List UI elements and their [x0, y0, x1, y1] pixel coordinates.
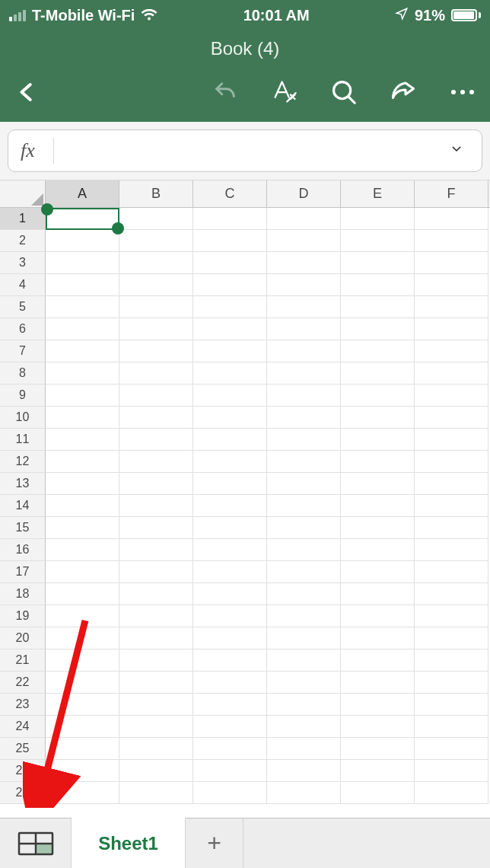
cell-C19[interactable] [193, 605, 267, 627]
cell-E27[interactable] [341, 782, 415, 804]
cell-C7[interactable] [193, 340, 267, 362]
row-header-24[interactable]: 24 [0, 716, 46, 738]
row-header-20[interactable]: 20 [0, 627, 46, 649]
cell-B15[interactable] [119, 517, 193, 539]
selection-handle-tl[interactable] [41, 203, 53, 215]
cell-E3[interactable] [341, 252, 415, 274]
cell-B16[interactable] [119, 539, 193, 561]
cell-D5[interactable] [267, 296, 341, 318]
cell-D22[interactable] [267, 672, 341, 694]
cell-C22[interactable] [193, 672, 267, 694]
share-button[interactable] [387, 75, 420, 109]
cell-D11[interactable] [267, 429, 341, 451]
cell-F23[interactable] [415, 694, 488, 716]
cell-F6[interactable] [415, 318, 488, 340]
cell-A16[interactable] [46, 539, 119, 561]
row-header-1[interactable]: 1 [0, 208, 46, 230]
cell-F2[interactable] [415, 230, 488, 252]
cell-F9[interactable] [415, 385, 488, 407]
cell-F15[interactable] [415, 517, 488, 539]
cell-B13[interactable] [119, 473, 193, 495]
cell-C11[interactable] [193, 429, 267, 451]
cell-D24[interactable] [267, 716, 341, 738]
col-header-D[interactable]: D [267, 180, 341, 207]
cell-D16[interactable] [267, 539, 341, 561]
cell-A9[interactable] [46, 385, 119, 407]
cell-A19[interactable] [46, 605, 119, 627]
cell-D4[interactable] [267, 274, 341, 296]
row-header-19[interactable]: 19 [0, 605, 46, 627]
cell-E24[interactable] [341, 716, 415, 738]
cell-E18[interactable] [341, 583, 415, 605]
cell-B17[interactable] [119, 561, 193, 583]
cell-A25[interactable] [46, 738, 119, 760]
search-button[interactable] [327, 75, 361, 109]
cell-B8[interactable] [119, 362, 193, 385]
cell-C24[interactable] [193, 716, 267, 738]
cell-B3[interactable] [119, 252, 193, 274]
cell-D2[interactable] [267, 230, 341, 252]
cell-B10[interactable] [119, 407, 193, 429]
cell-D27[interactable] [267, 782, 341, 804]
cell-A2[interactable] [46, 230, 119, 252]
spreadsheet-grid[interactable]: ABCDEF 123456789101112131415161718192021… [0, 180, 490, 808]
cell-A5[interactable] [46, 296, 119, 318]
cell-B21[interactable] [119, 649, 193, 672]
cell-A4[interactable] [46, 274, 119, 296]
cell-E20[interactable] [341, 627, 415, 649]
col-header-C[interactable]: C [193, 180, 267, 207]
cell-C14[interactable] [193, 495, 267, 517]
row-header-11[interactable]: 11 [0, 429, 46, 451]
cell-B23[interactable] [119, 694, 193, 716]
cell-B27[interactable] [119, 782, 193, 804]
cell-C26[interactable] [193, 760, 267, 782]
cell-F1[interactable] [415, 208, 488, 230]
row-header-2[interactable]: 2 [0, 230, 46, 252]
col-header-A[interactable]: A [46, 180, 119, 207]
row-header-5[interactable]: 5 [0, 296, 46, 318]
cell-B9[interactable] [119, 385, 193, 407]
col-header-F[interactable]: F [415, 180, 488, 207]
cell-B5[interactable] [119, 296, 193, 318]
add-sheet-button[interactable]: + [186, 819, 243, 868]
cell-selection[interactable] [46, 208, 119, 230]
row-header-12[interactable]: 12 [0, 451, 46, 473]
cell-D25[interactable] [267, 738, 341, 760]
row-header-16[interactable]: 16 [0, 539, 46, 561]
cell-B1[interactable] [119, 208, 193, 230]
cell-F20[interactable] [415, 627, 488, 649]
cell-A8[interactable] [46, 362, 119, 385]
undo-button[interactable] [208, 75, 242, 109]
cell-D19[interactable] [267, 605, 341, 627]
cell-C1[interactable] [193, 208, 267, 230]
cell-A12[interactable] [46, 451, 119, 473]
cell-B4[interactable] [119, 274, 193, 296]
cell-C6[interactable] [193, 318, 267, 340]
cell-E4[interactable] [341, 274, 415, 296]
col-header-B[interactable]: B [119, 180, 193, 207]
cell-F16[interactable] [415, 539, 488, 561]
cell-C8[interactable] [193, 362, 267, 385]
cell-C10[interactable] [193, 407, 267, 429]
cell-C20[interactable] [193, 627, 267, 649]
cell-E9[interactable] [341, 385, 415, 407]
cell-B6[interactable] [119, 318, 193, 340]
row-header-3[interactable]: 3 [0, 252, 46, 274]
cell-D21[interactable] [267, 649, 341, 672]
cell-A26[interactable] [46, 760, 119, 782]
cell-D6[interactable] [267, 318, 341, 340]
cell-D23[interactable] [267, 694, 341, 716]
row-header-10[interactable]: 10 [0, 407, 46, 429]
expand-formula-icon[interactable] [447, 143, 469, 158]
cell-B12[interactable] [119, 451, 193, 473]
cell-D10[interactable] [267, 407, 341, 429]
cell-C21[interactable] [193, 649, 267, 672]
cell-A20[interactable] [46, 627, 119, 649]
cell-A11[interactable] [46, 429, 119, 451]
cell-B14[interactable] [119, 495, 193, 517]
cell-D20[interactable] [267, 627, 341, 649]
row-header-15[interactable]: 15 [0, 517, 46, 539]
cell-B2[interactable] [119, 230, 193, 252]
cell-B24[interactable] [119, 716, 193, 738]
cell-E2[interactable] [341, 230, 415, 252]
